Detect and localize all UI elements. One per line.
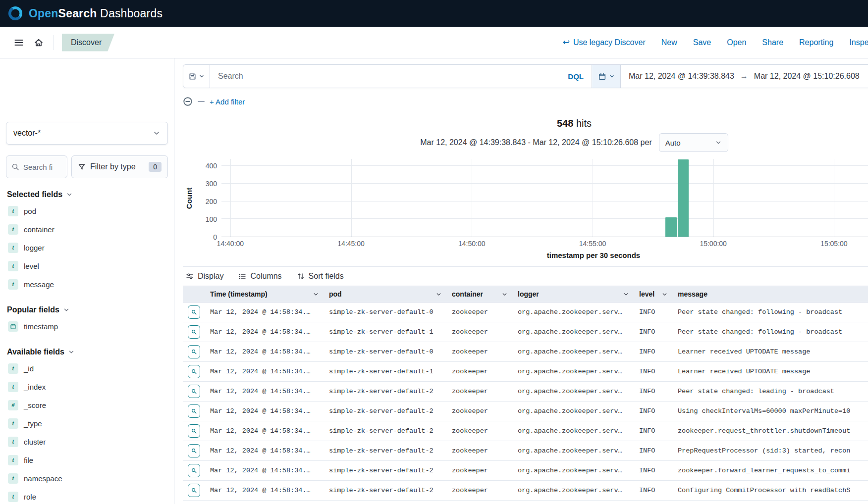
sidebar-field-item[interactable]: t file — [6, 451, 168, 469]
table-body: Mar 12, 2024 @ 14:58:34.… simple-zk-serv… — [183, 302, 868, 501]
chevron-down-icon[interactable] — [661, 291, 668, 298]
table-row[interactable]: Mar 12, 2024 @ 14:58:34.… simple-zk-serv… — [183, 481, 868, 501]
column-header[interactable]: message — [673, 286, 868, 302]
field-type-icon: t — [8, 224, 18, 235]
date-range-end[interactable]: Mar 12, 2024 @ 15:10:26.608 — [754, 72, 860, 81]
inspect-document-button[interactable] — [188, 464, 200, 477]
sidebar-field-item[interactable]: t level — [6, 257, 168, 275]
inspect-document-button[interactable] — [188, 444, 200, 457]
cell-container: zookeeper — [447, 302, 513, 322]
query-language-selector[interactable]: DQL — [562, 72, 584, 81]
inspect-document-button[interactable] — [188, 424, 200, 438]
table-row[interactable]: Mar 12, 2024 @ 14:58:34.… simple-zk-serv… — [183, 461, 868, 481]
histogram-bar[interactable] — [665, 217, 676, 237]
column-header[interactable]: container — [447, 286, 513, 302]
columns-button[interactable]: Columns — [238, 272, 281, 281]
toolbar-action-button[interactable]: Inspect — [849, 38, 868, 47]
filter-bar: + Add filter — [183, 94, 868, 109]
field-type-icon: t — [8, 279, 18, 290]
sort-icon — [297, 272, 305, 280]
toolbar-action-button[interactable]: Share — [762, 38, 783, 47]
cell-pod: simple-zk-server-default-0 — [324, 302, 447, 322]
column-header-label: message — [678, 290, 707, 298]
x-tick-label: 15:00:00 — [700, 240, 727, 248]
sidebar-field-item[interactable]: t cluster — [6, 433, 168, 451]
interval-select[interactable]: Auto — [659, 133, 728, 152]
date-picker-button[interactable] — [592, 65, 620, 88]
display-button[interactable]: Display — [186, 272, 223, 281]
date-range-start[interactable]: Mar 12, 2024 @ 14:39:38.843 — [629, 72, 734, 81]
histogram-panel: 548 hits Mar 12, 2024 @ 14:39:38.843 - M… — [183, 118, 868, 259]
inspect-document-button[interactable] — [188, 305, 200, 319]
inspect-document-button[interactable] — [188, 404, 200, 418]
field-type-icon: t — [8, 437, 18, 447]
table-row[interactable]: Mar 12, 2024 @ 14:58:34.… simple-zk-serv… — [183, 402, 868, 421]
filter-by-type-button[interactable]: Filter by type 0 — [71, 155, 168, 178]
toolbar-action-button[interactable]: Reporting — [799, 38, 833, 47]
filter-options-button[interactable] — [183, 97, 193, 106]
sidebar-field-item[interactable]: t container — [6, 220, 168, 239]
breadcrumb-discover[interactable]: Discover — [62, 34, 114, 51]
table-row[interactable]: Mar 12, 2024 @ 14:58:34.… simple-zk-serv… — [183, 421, 868, 441]
inspect-document-button[interactable] — [188, 345, 200, 358]
menu-button[interactable] — [9, 33, 29, 52]
sidebar-field-item[interactable]: # _score — [6, 396, 168, 414]
toolbar-action-button[interactable]: Open — [727, 38, 746, 47]
filter-by-type-label: Filter by type — [90, 162, 136, 171]
chevron-down-icon[interactable] — [623, 291, 629, 298]
chevron-down-icon[interactable] — [313, 291, 319, 298]
search-input[interactable] — [218, 72, 562, 81]
sidebar-field-item[interactable]: t logger — [6, 239, 168, 257]
column-header[interactable]: pod — [324, 286, 447, 302]
sidebar-field-item-timestamp[interactable]: timestamp — [6, 317, 168, 336]
sidebar-field-item[interactable]: t message — [6, 275, 168, 294]
field-name: level — [24, 262, 39, 270]
sidebar-field-item[interactable]: t role — [6, 488, 168, 504]
home-button[interactable] — [29, 33, 49, 52]
use-legacy-discover-button[interactable]: ↩ Use legacy Discover — [563, 37, 646, 48]
cell-level: INFO — [634, 342, 673, 361]
index-pattern-select[interactable]: vector-* — [6, 122, 168, 145]
table-row[interactable]: Mar 12, 2024 @ 14:58:34.… simple-zk-serv… — [183, 382, 868, 402]
toolbar-action-button[interactable]: Save — [693, 38, 711, 47]
expand-cell — [183, 302, 205, 322]
inspect-document-button[interactable] — [188, 365, 200, 378]
sidebar-field-item[interactable]: t namespace — [6, 469, 168, 488]
available-fields-header[interactable]: Available fields — [7, 348, 167, 356]
sidebar-field-item[interactable]: t _type — [6, 414, 168, 433]
field-search-input[interactable] — [23, 163, 56, 171]
cell-level: INFO — [634, 461, 673, 480]
saved-query-button[interactable] — [183, 65, 210, 88]
sidebar-field-item[interactable]: t pod — [6, 202, 168, 220]
toolbar-action-button[interactable]: New — [661, 38, 677, 47]
column-header[interactable]: Time (timestamp) — [205, 286, 324, 302]
column-header[interactable]: level — [634, 286, 673, 302]
inspect-document-button[interactable] — [188, 325, 200, 339]
inspect-document-button[interactable] — [188, 484, 200, 497]
field-type-icon: t — [8, 261, 18, 271]
popular-fields-header[interactable]: Popular fields — [7, 305, 167, 314]
toolbar-actions: ↩ Use legacy Discover NewSaveOpenShareRe… — [563, 37, 868, 48]
y-tick-label: 300 — [206, 180, 217, 188]
cell-level: INFO — [634, 382, 673, 401]
add-filter-button[interactable]: + Add filter — [210, 98, 245, 106]
table-row[interactable]: Mar 12, 2024 @ 14:58:34.… simple-zk-serv… — [183, 322, 868, 342]
sidebar-field-item[interactable]: t _id — [6, 359, 168, 378]
sidebar-field-item[interactable]: t _index — [6, 378, 168, 396]
chevron-down-icon[interactable] — [501, 291, 508, 298]
toolbar-action-label: Open — [727, 38, 746, 47]
table-row[interactable]: Mar 12, 2024 @ 14:58:34.… simple-zk-serv… — [183, 302, 868, 322]
chevron-down-icon[interactable] — [435, 291, 442, 298]
global-header: OpenSearch Dashboards — [0, 0, 868, 27]
selected-fields-header[interactable]: Selected fields — [7, 190, 167, 199]
inspect-document-button[interactable] — [188, 385, 200, 398]
column-header[interactable]: logger — [513, 286, 634, 302]
histogram-chart: Count 0100200300400 — [183, 159, 868, 237]
field-name: timestamp — [24, 322, 58, 331]
table-row[interactable]: Mar 12, 2024 @ 14:58:34.… simple-zk-serv… — [183, 441, 868, 461]
table-row[interactable]: Mar 12, 2024 @ 14:58:34.… simple-zk-serv… — [183, 362, 868, 382]
sort-fields-button[interactable]: Sort fields — [297, 272, 344, 281]
table-row[interactable]: Mar 12, 2024 @ 14:58:34.… simple-zk-serv… — [183, 342, 868, 362]
toolbar-divider — [54, 35, 54, 50]
histogram-bar[interactable] — [678, 159, 689, 237]
